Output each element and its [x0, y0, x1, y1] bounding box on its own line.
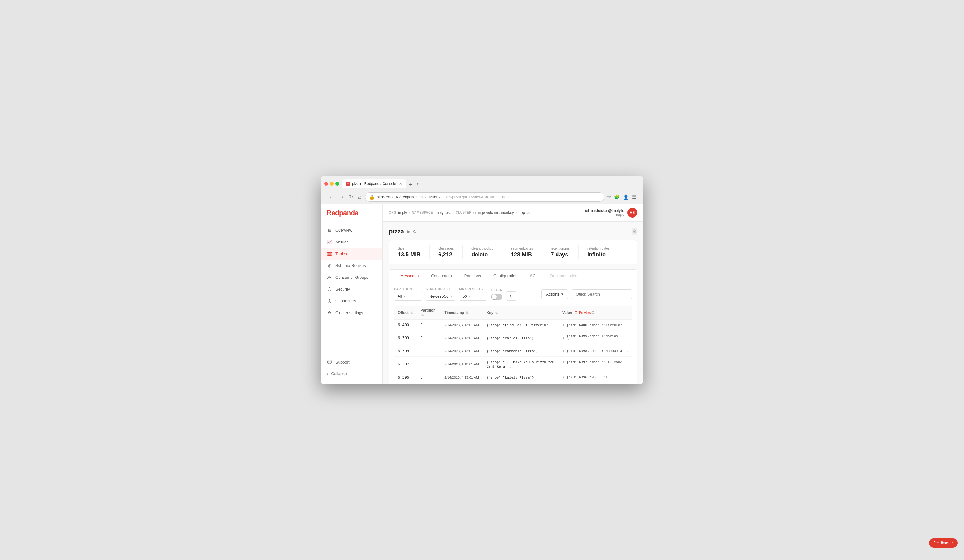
play-button[interactable]: ▶: [407, 229, 410, 234]
sidebar-item-label: Connectors: [335, 299, 356, 303]
org-value[interactable]: imply: [398, 211, 407, 215]
table-row[interactable]: 6 398 0 2/14/2023, 4:13:01 AM {"shop":"M…: [394, 346, 632, 357]
minimize-button[interactable]: [330, 182, 334, 186]
main-content: ORG imply › NAMESPACE imply-test › CLUST…: [383, 204, 643, 384]
new-tab-button[interactable]: +: [406, 182, 415, 188]
quick-search-input[interactable]: [572, 289, 632, 299]
forward-button[interactable]: →: [338, 194, 345, 201]
browser-arrow: ▾: [417, 182, 418, 186]
cell-timestamp: 2/14/2023, 4:13:01 AM: [441, 320, 483, 331]
user-avatar[interactable]: HE: [627, 208, 637, 218]
sidebar-item-label: Support: [335, 360, 350, 364]
table-row[interactable]: 6 399 0 2/14/2023, 4:13:01 AM {"shop":"M…: [394, 331, 632, 346]
sidebar-item-consumer-groups[interactable]: Consumer Groups: [321, 272, 382, 283]
tabs-header: Messages Consumers Partitions Configurat…: [389, 270, 637, 282]
browser-controls: R pizza - Redpanda Console × + ▾: [324, 179, 640, 188]
filter-toggle[interactable]: [491, 294, 502, 300]
close-button[interactable]: [324, 182, 328, 186]
namespace-value[interactable]: imply-test: [435, 211, 451, 215]
table-row[interactable]: 6 396 0 2/14/2023, 4:13:01 AM {"shop":"L…: [394, 372, 632, 383]
refresh-messages-button[interactable]: ↻: [506, 292, 516, 301]
stat-retention-ms-value: 7 days: [550, 252, 570, 258]
tab-title: pizza - Redpanda Console: [352, 182, 396, 186]
sort-icon: ⇅: [421, 313, 423, 317]
topic-header: pizza ▶ ↻ ⚙: [389, 228, 637, 235]
stat-cleanup: cleanup.policy delete: [463, 245, 502, 259]
app: Redpanda ⊞ Overview 📈 Metrics: [321, 204, 643, 384]
tab-configuration[interactable]: Configuration: [487, 270, 524, 282]
partition-select[interactable]: All ▾: [394, 292, 422, 301]
shield-icon: [327, 287, 332, 292]
expand-row-button[interactable]: +: [562, 349, 565, 353]
cell-key: {"shop":"Ill Make You a Pizza You Cant R…: [483, 357, 559, 372]
sidebar-item-label: Overview: [335, 228, 352, 232]
start-offset-label: START OFFSET: [426, 287, 455, 291]
back-button[interactable]: ←: [328, 194, 335, 201]
maximize-button[interactable]: [335, 182, 339, 186]
address-bar[interactable]: 🔒 https://cloudv2.redpanda.com/clusters/…: [365, 192, 604, 202]
profile-icon[interactable]: 👤: [623, 194, 629, 200]
sidebar-item-cluster-settings[interactable]: ⚙ Cluster settings: [321, 307, 382, 319]
extensions-icon[interactable]: 🧩: [614, 194, 620, 200]
sidebar-collapse-button[interactable]: ‹ Collapse: [321, 368, 382, 379]
feedback-arrow-icon: ↑: [952, 541, 953, 545]
bookmark-icon[interactable]: ☆: [607, 194, 611, 200]
tab-messages[interactable]: Messages: [394, 270, 425, 282]
cluster-value[interactable]: orange-volcanic-monkey: [473, 211, 514, 215]
sidebar-item-support[interactable]: 💬 Support: [321, 356, 382, 368]
reload-button[interactable]: ↻: [348, 193, 354, 201]
stat-size-label: Size: [398, 247, 420, 250]
tabs-container: Messages Consumers Partitions Configurat…: [389, 269, 637, 384]
preview-button[interactable]: ⚙ Preview: [575, 310, 591, 315]
th-partition: Partition ⇅: [417, 306, 441, 320]
expand-row-button[interactable]: +: [562, 375, 565, 380]
tab-close-button[interactable]: ×: [399, 181, 402, 186]
actions-label: Actions: [546, 292, 559, 297]
stat-segment-value: 128 MiB: [511, 252, 533, 258]
stat-cleanup-label: cleanup.policy: [471, 247, 493, 250]
collapse-icon: ‹: [327, 371, 328, 376]
refresh-topic-button[interactable]: ↻: [413, 229, 417, 234]
column-settings-button[interactable]: ⚙: [591, 310, 595, 315]
expand-row-button[interactable]: +: [562, 336, 565, 340]
tab-acl[interactable]: ACL: [524, 270, 544, 282]
cell-offset: 6 396: [394, 372, 417, 383]
filter-label: FILTER: [491, 288, 502, 292]
sidebar-item-overview[interactable]: ⊞ Overview: [321, 224, 382, 236]
home-button[interactable]: ⌂: [357, 194, 362, 201]
start-offset-select[interactable]: Newest-50 ▾: [426, 292, 455, 301]
tab-partitions[interactable]: Partitions: [458, 270, 487, 282]
sidebar-item-security[interactable]: Security: [321, 283, 382, 295]
topic-settings-button[interactable]: ⚙: [632, 228, 637, 235]
grid-icon: ⊞: [327, 227, 332, 233]
breadcrumb-sep-3: ›: [516, 211, 517, 215]
active-tab[interactable]: R pizza - Redpanda Console ×: [342, 179, 406, 188]
select-arrow-icon: ▾: [469, 295, 471, 298]
sidebar: Redpanda ⊞ Overview 📈 Metrics: [321, 204, 383, 384]
stat-retention-bytes-label: retention.bytes: [587, 247, 610, 250]
tab-favicon: R: [346, 182, 350, 186]
user-email: hellmar.becker@imply.io: [584, 209, 624, 213]
row-menu-button[interactable]: ···: [623, 335, 628, 341]
actions-button[interactable]: Actions ▾: [541, 289, 568, 299]
table-row[interactable]: 6 400 0 2/14/2023, 4:13:01 AM {"shop":"C…: [394, 320, 632, 331]
stats-card: Size 13.5 MiB Messages 6,212 cleanup.pol…: [389, 240, 637, 265]
cell-value: + {"id":6396,"shop":"L...: [559, 372, 632, 383]
menu-icon[interactable]: ☰: [632, 194, 636, 200]
sidebar-item-topics[interactable]: Topics: [321, 248, 382, 260]
feedback-button[interactable]: Feedback ↑: [929, 538, 958, 548]
tab-documentation[interactable]: Documentation: [544, 270, 583, 282]
sidebar-item-label: Security: [335, 287, 350, 292]
table-row[interactable]: 6 397 0 2/14/2023, 4:13:01 AM {"shop":"I…: [394, 357, 632, 372]
tab-consumers[interactable]: Consumers: [425, 270, 458, 282]
sidebar-item-schema-registry[interactable]: ◎ Schema Registry: [321, 260, 382, 272]
sidebar-item-metrics[interactable]: 📈 Metrics: [321, 236, 382, 248]
expand-row-button[interactable]: +: [562, 323, 565, 328]
cell-timestamp: 2/14/2023, 4:13:01 AM: [441, 346, 483, 357]
max-results-select[interactable]: 50 ▾: [459, 292, 487, 301]
toggle-thumb: [492, 294, 497, 299]
sidebar-item-connectors[interactable]: Connectors: [321, 295, 382, 307]
svg-point-4: [330, 276, 331, 277]
expand-row-button[interactable]: +: [562, 360, 565, 364]
namespace-label: NAMESPACE: [412, 211, 433, 214]
